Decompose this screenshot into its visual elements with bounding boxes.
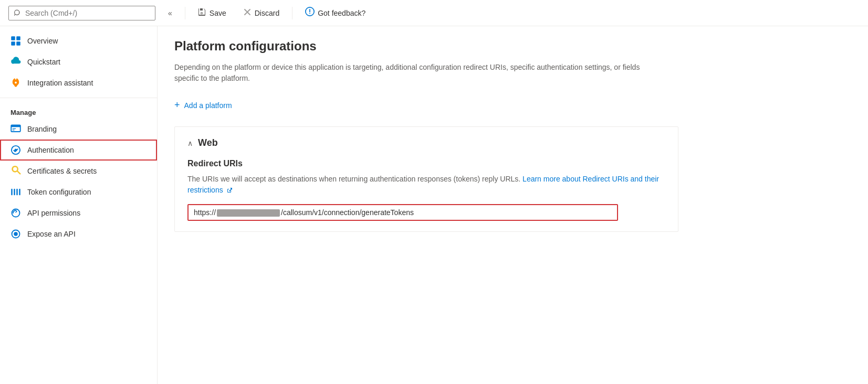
url-redacted [217, 209, 280, 217]
toolbar-divider [185, 7, 185, 19]
sidebar-item-token[interactable]: Token configuration [0, 182, 157, 202]
redirect-title: Redirect URIs [187, 159, 665, 168]
sidebar-item-branding-label: Branding [27, 125, 57, 133]
svg-rect-11 [14, 189, 15, 196]
sidebar-item-authentication-label: Authentication [27, 146, 74, 154]
grid-icon [11, 36, 21, 46]
save-label: Save [210, 9, 226, 17]
sidebar-item-overview[interactable]: Overview [0, 30, 157, 51]
svg-rect-3 [16, 41, 20, 46]
sidebar-item-certificates-label: Certificates & secrets [27, 167, 97, 175]
chevron-up-icon[interactable]: ∧ [187, 139, 193, 147]
svg-point-9 [15, 149, 17, 152]
toolbar: « Save Discard Got feedback? [0, 0, 868, 26]
discard-label: Discard [255, 9, 279, 17]
branding-icon [11, 124, 21, 134]
add-platform-button[interactable]: + Add a platform [174, 97, 232, 114]
plus-icon: + [174, 100, 180, 111]
svg-rect-0 [11, 36, 15, 40]
add-platform-label: Add a platform [184, 101, 232, 110]
sidebar-item-quickstart[interactable]: Quickstart [0, 51, 157, 72]
url-text: https:///callosum/v1/connection/generate… [194, 208, 414, 217]
discard-button[interactable]: Discard [239, 5, 284, 21]
svg-rect-1 [16, 36, 20, 40]
page-title: Platform configurations [174, 39, 851, 54]
sidebar-item-expose-label: Expose an API [27, 230, 76, 238]
auth-icon [11, 145, 21, 155]
save-button[interactable]: Save [194, 5, 231, 21]
sidebar-item-integration-label: Integration assistant [27, 79, 93, 87]
discard-icon [243, 8, 252, 18]
svg-rect-13 [19, 189, 20, 196]
redirect-description: The URIs we will accept as destinations … [187, 174, 665, 196]
svg-point-15 [14, 232, 18, 236]
web-section: ∧ Web Redirect URIs The URIs we will acc… [174, 126, 678, 232]
save-icon [198, 8, 206, 18]
svg-rect-6 [13, 129, 16, 129]
cloud-icon [11, 57, 21, 67]
sidebar-item-quickstart-label: Quickstart [27, 58, 60, 66]
search-input[interactable] [25, 9, 150, 17]
sidebar-item-expose[interactable]: Expose an API [0, 223, 157, 244]
search-box[interactable] [8, 6, 155, 20]
search-icon [14, 9, 21, 17]
url-input-box[interactable]: https:///callosum/v1/connection/generate… [187, 204, 618, 221]
main-content: Platform configurations Depending on the… [158, 26, 868, 384]
feedback-icon [305, 7, 315, 19]
sidebar-item-integration[interactable]: Integration assistant [0, 72, 157, 93]
feedback-button[interactable]: Got feedback? [301, 4, 370, 22]
svg-rect-5 [11, 125, 20, 127]
sidebar-item-api[interactable]: API permissions [0, 202, 157, 223]
feedback-label: Got feedback? [318, 9, 365, 17]
sidebar-item-branding[interactable]: Branding [0, 119, 157, 140]
svg-rect-12 [16, 189, 18, 196]
main-layout: Overview Quickstart Integration assistan… [0, 26, 868, 384]
sidebar-item-token-label: Token configuration [27, 188, 91, 196]
svg-rect-7 [13, 130, 15, 130]
toolbar-divider-2 [292, 7, 292, 19]
external-link-icon [226, 187, 233, 194]
manage-divider [0, 98, 157, 98]
web-header: ∧ Web [187, 137, 665, 148]
manage-section-label: Manage [0, 102, 157, 119]
web-title: Web [198, 137, 218, 148]
sidebar: Overview Quickstart Integration assistan… [0, 26, 158, 384]
sidebar-item-certificates[interactable]: Certificates & secrets [0, 161, 157, 182]
token-icon [11, 187, 21, 197]
collapse-button[interactable]: « [164, 7, 176, 19]
rocket-icon [11, 78, 21, 88]
page-description: Depending on the platform or device this… [174, 62, 647, 84]
svg-rect-10 [11, 189, 13, 196]
sidebar-item-overview-label: Overview [27, 37, 58, 45]
api-icon [11, 208, 21, 218]
expose-icon [11, 229, 21, 239]
key-icon [11, 166, 21, 176]
svg-rect-2 [11, 41, 15, 46]
sidebar-item-api-label: API permissions [27, 209, 80, 217]
sidebar-item-authentication[interactable]: Authentication [0, 140, 157, 161]
